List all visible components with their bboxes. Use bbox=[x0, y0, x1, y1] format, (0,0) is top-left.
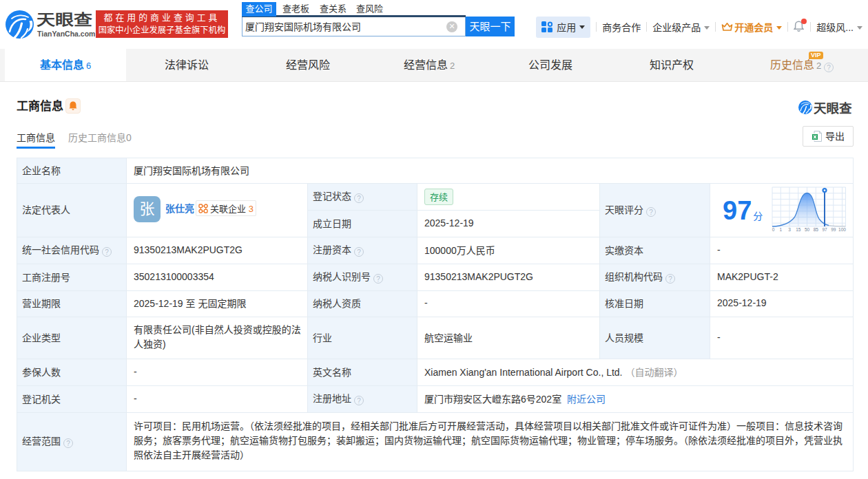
svg-text:1: 1 bbox=[780, 227, 783, 232]
svg-text:85: 85 bbox=[814, 227, 819, 232]
svg-text:50: 50 bbox=[805, 227, 810, 232]
svg-text:99: 99 bbox=[831, 227, 836, 232]
svg-text:15: 15 bbox=[796, 227, 801, 232]
svg-text:100: 100 bbox=[838, 227, 846, 232]
svg-text:0: 0 bbox=[772, 227, 775, 232]
svg-text:3: 3 bbox=[788, 227, 791, 232]
svg-text:天眼查: 天眼查 bbox=[814, 101, 852, 116]
svg-text:97: 97 bbox=[822, 227, 827, 232]
